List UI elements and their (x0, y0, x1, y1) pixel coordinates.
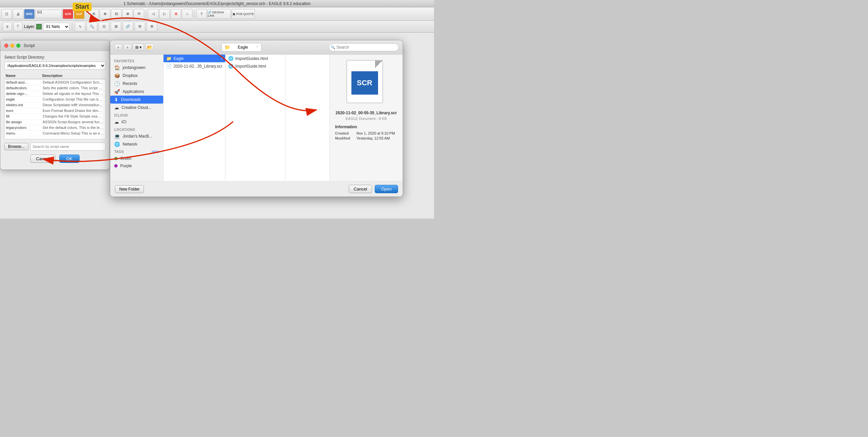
sidebar-item-green-tag[interactable]: Green (110, 155, 163, 162)
help-btn[interactable]: ? (196, 9, 207, 19)
zoom-in-btn[interactable]: ⊕ (100, 9, 110, 19)
sep4 (72, 23, 72, 31)
browse-button[interactable]: Browse... (4, 143, 28, 150)
table-row[interactable]: menuCommand Menu Setup This is an exampl… (5, 131, 105, 136)
page-select[interactable]: 1/1 (35, 10, 62, 18)
file-open-dialog: ‹ › ⊞ ▾ 📂 📁 Eagle ⌃ Favorites 🏠 jordango… (110, 40, 403, 197)
table-row[interactable]: elektro-initDiese Scriptdatei trifft Vor… (5, 102, 105, 108)
script-dialog-body: Select Script Directory: /Applications/E… (0, 51, 110, 169)
applications-icon: 🚀 (114, 89, 120, 94)
item-label: ImportGuides.html (236, 56, 268, 61)
settings1-btn[interactable]: ⚙ (134, 22, 145, 32)
purple-tag-icon (114, 164, 118, 167)
wave-btn[interactable]: ∿ (74, 22, 85, 32)
scr-btn[interactable]: SCR (63, 9, 73, 19)
new-folder-icon-btn[interactable]: 📂 (145, 44, 154, 51)
list-item[interactable]: 📄 2020-11-02...35_Library.scr (163, 62, 225, 70)
info-modified-label: Modified (335, 136, 355, 140)
view-columns-btn[interactable]: ⊞ ▾ (133, 44, 144, 51)
search-wrapper (329, 43, 399, 51)
filter-btn[interactable]: ⊤ (13, 22, 23, 31)
print-btn[interactable]: 🖨 (13, 9, 23, 19)
file-column-1: 📁 Eagle › 📄 2020-11-02...35_Library.scr (163, 55, 225, 181)
col-name-header[interactable]: Name (4, 73, 41, 78)
file-dialog-nav: ‹ › ⊞ ▾ 📂 📁 Eagle ⌃ (114, 43, 399, 52)
sidebar-item-purple-tag[interactable]: Purple (110, 162, 163, 169)
browse-search-row: Browse... (4, 143, 105, 151)
script-ok-button[interactable]: OK (59, 155, 80, 163)
sidebar-item-home[interactable]: 🏠 jordangowen (110, 64, 163, 72)
close-btn[interactable] (4, 44, 8, 48)
stop-btn[interactable]: ⊗ (170, 9, 181, 19)
new-btn[interactable]: 🗋 (1, 9, 12, 19)
nav-back-btn[interactable]: ‹ (114, 44, 122, 51)
file-open-button[interactable]: Open (375, 185, 398, 193)
preview-pane: SCR 2020-11-02_00-55-35_Library.scr EAGL… (330, 55, 403, 181)
file-search-input[interactable] (329, 43, 399, 51)
info-modified-value: Yesterday, 12:55 AM (356, 136, 390, 140)
table-row[interactable]: lbr-assignASSIGN Script Assigns several … (5, 119, 105, 125)
list-item[interactable]: 📁 Eagle › (163, 55, 225, 62)
file-sidebar: Favorites 🏠 jordangowen 📦 Dropbox 🕐 Rece… (110, 55, 163, 181)
script-file-list: default-assi...Default ASSIGN Configurat… (4, 79, 105, 139)
network-icon: 🌐 (114, 142, 120, 147)
sidebar-item-downloads[interactable]: ⬇ Downloads (110, 96, 163, 103)
table-row[interactable]: eagleConfiguration Script This file can … (5, 97, 105, 102)
back-btn[interactable]: ◁ (148, 9, 159, 19)
grid-btn[interactable]: # (3, 22, 12, 31)
zoom-redraw-btn[interactable]: ⟳ (133, 9, 144, 19)
sidebar-item-creative-cloud[interactable]: ☁ Creative Cloud... (110, 103, 163, 112)
sidebar-item-recents[interactable]: 🕐 Recents (110, 80, 163, 88)
script-path-dropdown[interactable]: /Applications/EAGLE-9.6.2/examples/scrip… (4, 62, 105, 70)
design-link-btn[interactable]: 🔗 DESIGN LINK (208, 9, 231, 19)
downloads-icon: ⬇ (114, 97, 118, 102)
circle-btn[interactable]: ○ (182, 9, 192, 19)
locations-label: Locations (110, 126, 163, 132)
forward-btn[interactable]: ▷ (159, 9, 170, 19)
folder-icon: 📁 (166, 56, 172, 61)
scr-icon-background: SCR (346, 60, 383, 103)
col-desc-header[interactable]: Description (41, 73, 105, 78)
list-item[interactable]: 🌐 ImportGuide.html (225, 62, 285, 70)
layer-select[interactable]: 91 Nets (43, 23, 70, 31)
sidebar-item-icloud[interactable]: ☁ iCI (110, 118, 163, 126)
zoom-fit-btn[interactable]: ⊟ (111, 9, 122, 19)
recents-icon: 🕐 (114, 81, 120, 86)
sidebar-item-macbook[interactable]: 💻 Jordan's MacB... (110, 132, 163, 140)
script-cancel-button[interactable]: Cancel (30, 155, 55, 163)
settings2-btn[interactable]: ⚙ (147, 22, 157, 32)
table-row[interactable]: default-assi...Default ASSIGN Configurat… (5, 80, 105, 85)
file-cancel-button[interactable]: Cancel (349, 185, 372, 193)
sidebar-item-network[interactable]: 🌐 Network (110, 140, 163, 148)
file-column-2: 🌐 ImportGuides.html 🌐 ImportGuide.html (225, 55, 285, 181)
list-item[interactable]: 🌐 ImportGuides.html (225, 55, 285, 62)
sidebar-item-dropbox[interactable]: 📦 Dropbox (110, 72, 163, 80)
table-row[interactable]: euroEuro Format Board Draws the dimensio… (5, 108, 105, 114)
search-schematic-btn[interactable]: 🔍 (87, 22, 97, 32)
table-row[interactable]: delete-sign-...Delete all signals in the… (5, 91, 105, 97)
location-dropdown[interactable]: 📁 Eagle ⌃ (221, 43, 261, 52)
info-created-row: Created Nov 1, 2020 at 9:10 PM (335, 131, 397, 135)
sidebar-item-applications[interactable]: 🚀 Applications (110, 88, 163, 96)
wire-btn[interactable]: 🔗 (123, 22, 133, 32)
component-btn[interactable]: ⊡ (99, 22, 109, 32)
add-btn[interactable]: ⊞ (111, 22, 121, 32)
tags-hide-btn[interactable]: Hide (152, 150, 159, 154)
pcb-quote-btn[interactable]: ▣ PCB QUOTE (231, 9, 255, 19)
new-folder-button[interactable]: New Folder (115, 185, 144, 193)
nav-forward-btn[interactable]: › (124, 44, 131, 51)
table-row[interactable]: defaultcolorsSets the palette colors. Th… (5, 85, 105, 91)
preview-filetype: EAGLE Document - 8 KB (346, 117, 387, 121)
minimize-btn[interactable] (10, 44, 14, 48)
layer-color-swatch (36, 24, 42, 29)
zoom-area-btn[interactable]: ⊕ (122, 9, 133, 19)
item-label: 2020-11-02...35_Library.scr (174, 64, 222, 69)
sidebar-item-label: Recents (123, 81, 137, 86)
table-row[interactable]: legacycolorsSet the default colors. This… (5, 125, 105, 131)
sidebar-item-label: Network (123, 142, 137, 147)
table-row[interactable]: fillChanges the Fill Style Simple exampl… (5, 114, 105, 119)
script-search-input[interactable] (30, 143, 105, 151)
maximize-btn[interactable] (16, 44, 20, 48)
info-section: Information Created Nov 1, 2020 at 9:10 … (335, 125, 397, 141)
brd-btn[interactable]: BRD (24, 9, 35, 19)
